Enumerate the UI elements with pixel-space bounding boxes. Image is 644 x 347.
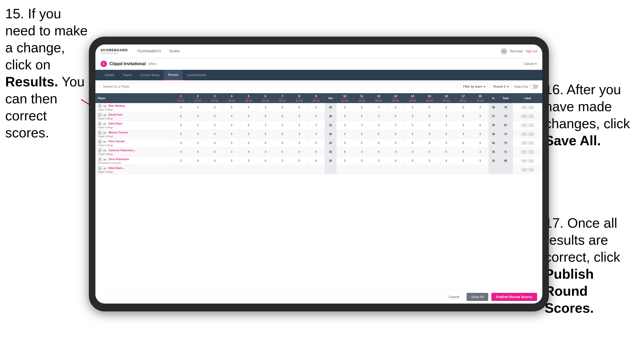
hole-10-score[interactable]: 3 [336, 112, 353, 121]
hole-12-score[interactable]: 4 [370, 139, 387, 148]
hole-14-score[interactable]: 3 [404, 148, 421, 156]
hole-6-score[interactable]: 5 [257, 112, 274, 121]
hole-9-score[interactable] [308, 165, 325, 174]
hole-14-score[interactable]: 4 [404, 130, 421, 139]
hole-1-score[interactable]: 3 [172, 103, 189, 112]
hole-18-score[interactable]: 3 [472, 156, 489, 165]
wd-button[interactable]: WD [521, 168, 527, 171]
hole-12-score[interactable]: 3 [370, 156, 387, 165]
hole-9-score[interactable]: 3 [308, 121, 325, 130]
hole-6-score[interactable]: 5 [257, 139, 274, 148]
tab-course-setup[interactable]: Course Setup [136, 70, 164, 80]
wd-button[interactable]: WD [521, 159, 527, 163]
hole-14-score[interactable]: 5 [404, 121, 421, 130]
row-icon[interactable]: ≡ [98, 139, 102, 144]
hole-1-score[interactable]: 5 [172, 121, 189, 130]
cancel-tournament-button[interactable]: Cancel ✕ [524, 62, 537, 66]
hole-5-score[interactable]: 4 [240, 103, 257, 112]
hole-18-score[interactable]: 3 [472, 130, 489, 139]
toggle-switch[interactable] [530, 85, 538, 89]
hole-18-score[interactable]: 6 [472, 121, 489, 130]
hole-10-score[interactable]: 3 [336, 103, 353, 112]
hole-7-score[interactable]: 6 [274, 112, 291, 121]
hole-15-score[interactable]: 3 [421, 156, 438, 165]
nav-teams[interactable]: TEAMS [168, 49, 181, 53]
hole-5-score[interactable]: 3 [240, 130, 257, 139]
hole-15-score[interactable]: 3 [421, 148, 438, 156]
publish-round-scores-button[interactable]: Publish Round Scores [491, 293, 537, 301]
tab-details[interactable]: Details [101, 70, 119, 80]
hole-10-score[interactable]: 6 [336, 148, 353, 156]
row-icon[interactable]: ≡ [98, 166, 102, 170]
hole-14-score[interactable]: 5 [404, 156, 421, 165]
hole-15-score[interactable]: 3 [421, 139, 438, 148]
hole-16-score[interactable]: 5 [438, 148, 455, 156]
hole-10-score[interactable] [336, 165, 353, 174]
hole-13-score[interactable]: 5 [387, 112, 404, 121]
hole-4-score[interactable]: 5 [223, 139, 240, 148]
hole-6-score[interactable]: 3 [257, 103, 274, 112]
hole-11-score[interactable]: 5 [353, 112, 370, 121]
tab-leaderboards[interactable]: Leaderboards [182, 70, 210, 80]
hole-15-score[interactable]: 5 [421, 103, 438, 112]
hole-7-score[interactable]: 5 [274, 130, 291, 139]
round-dropdown[interactable]: Round 3 ▾ [491, 82, 511, 91]
hole-17-score[interactable]: 4 [455, 121, 472, 130]
hole-12-score[interactable] [370, 165, 387, 174]
dq-button[interactable]: DQ [528, 132, 534, 136]
hole-18-score[interactable]: 3 [472, 148, 489, 156]
hole-14-score[interactable]: 4 [404, 139, 421, 148]
hole-3-score[interactable] [206, 165, 223, 174]
hole-15-score[interactable]: 5 [421, 112, 438, 121]
filter-by-team-dropdown[interactable]: Filter by team ▾ [460, 82, 488, 91]
hole-4-score[interactable]: 4 [223, 121, 240, 130]
hole-5-score[interactable]: 3 [240, 156, 257, 165]
hole-3-score[interactable]: 4 [206, 156, 223, 165]
hole-5-score[interactable]: 3 [240, 139, 257, 148]
hole-8-score[interactable]: 5 [291, 156, 308, 165]
row-icon[interactable]: ≡ [98, 104, 102, 108]
hole-3-score[interactable]: 5 [206, 103, 223, 112]
hole-9-score[interactable]: 3 [308, 130, 325, 139]
hole-8-score[interactable]: 3 [291, 121, 308, 130]
hole-18-score[interactable]: 3 [472, 112, 489, 121]
save-all-button[interactable]: Save All [467, 293, 488, 301]
hole-16-score[interactable]: 3 [438, 112, 455, 121]
hole-2-score[interactable] [189, 165, 206, 174]
hole-4-score[interactable]: 5 [223, 130, 240, 139]
wd-button[interactable]: WD [521, 150, 527, 154]
hole-11-score[interactable]: 3 [353, 148, 370, 156]
hole-10-score[interactable]: 5 [336, 139, 353, 148]
tab-results[interactable]: Results [164, 70, 182, 80]
hole-12-score[interactable]: 3 [370, 103, 387, 112]
hole-11-score[interactable]: 5 [353, 103, 370, 112]
hole-2-score[interactable]: 3 [189, 139, 206, 148]
hole-9-score[interactable]: 5 [308, 148, 325, 156]
hole-9-score[interactable]: 5 [308, 139, 325, 148]
hole-9-score[interactable]: 5 [308, 112, 325, 121]
hole-5-score[interactable]: 3 [240, 112, 257, 121]
hole-12-score[interactable]: 5 [370, 130, 387, 139]
hole-5-score[interactable]: 4 [240, 148, 257, 156]
hole-7-score[interactable]: 5 [274, 148, 291, 156]
hole-3-score[interactable]: 4 [206, 130, 223, 139]
hole-8-score[interactable]: 3 [291, 130, 308, 139]
hole-1-score[interactable]: 6 [172, 112, 189, 121]
hole-2-score[interactable]: 4 [189, 148, 206, 156]
dq-button[interactable]: DQ [528, 141, 534, 145]
hole-10-score[interactable]: 4 [336, 130, 353, 139]
hole-7-score[interactable] [274, 165, 291, 174]
hole-1-score[interactable]: 3 [172, 156, 189, 165]
hole-1-score[interactable]: 4 [172, 148, 189, 156]
nav-tournaments[interactable]: TOURNAMENTS [136, 49, 162, 53]
hole-1-score[interactable] [172, 165, 189, 174]
signout-link[interactable]: Sign out [526, 49, 537, 53]
row-icon[interactable]: ≡ [98, 113, 102, 117]
hole-11-score[interactable]: 3 [353, 121, 370, 130]
hole-10-score[interactable]: 3 [336, 121, 353, 130]
hole-8-score[interactable]: 3 [291, 139, 308, 148]
hole-3-score[interactable]: 3 [206, 121, 223, 130]
hole-4-score[interactable]: 5 [223, 103, 240, 112]
hole-6-score[interactable]: 3 [257, 148, 274, 156]
search-input[interactable] [100, 82, 458, 91]
